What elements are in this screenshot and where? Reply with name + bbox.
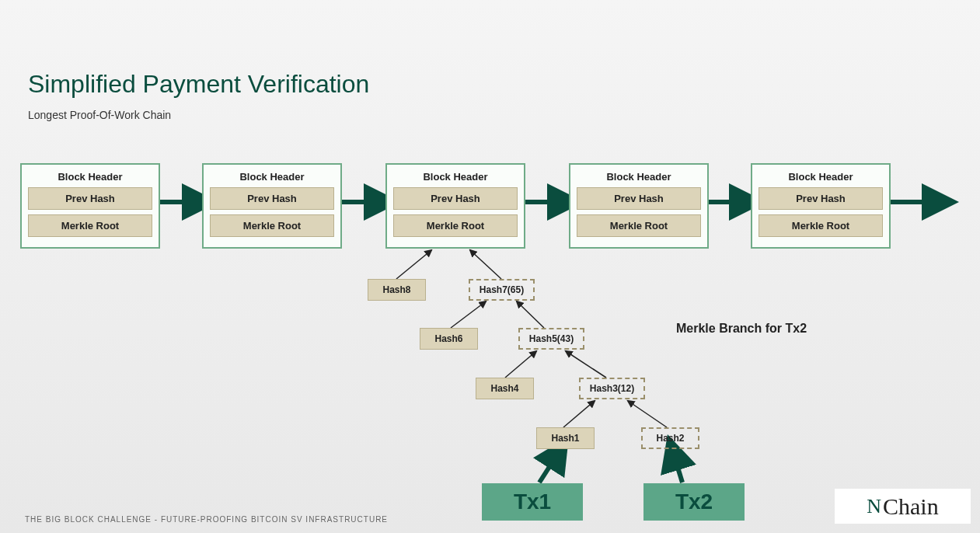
tx2-box: Tx2 <box>643 483 745 521</box>
block-header-2: Block Header Prev Hash Merkle Root <box>202 163 342 249</box>
footer-caption: THE BIG BLOCK CHALLENGE - Future-proofin… <box>25 515 388 524</box>
hash1-node: Hash1 <box>536 427 595 449</box>
tx1-box: Tx1 <box>482 483 583 521</box>
block-header-title: Block Header <box>577 171 701 183</box>
svg-line-9 <box>505 351 536 378</box>
prev-hash-field: Prev Hash <box>28 187 152 210</box>
hash2-node: Hash2 <box>641 427 699 449</box>
hash4-node: Hash4 <box>476 378 534 399</box>
block-header-title: Block Header <box>759 171 883 183</box>
prev-hash-field: Prev Hash <box>393 187 518 210</box>
block-header-3: Block Header Prev Hash Merkle Root <box>385 163 525 249</box>
hash6-node: Hash6 <box>420 328 478 350</box>
merkle-root-field: Merkle Root <box>210 214 334 237</box>
block-header-5: Block Header Prev Hash Merkle Root <box>751 163 891 249</box>
merkle-root-field: Merkle Root <box>393 214 518 237</box>
block-header-title: Block Header <box>210 171 334 183</box>
svg-line-11 <box>563 401 595 427</box>
svg-line-12 <box>628 401 667 427</box>
block-header-title: Block Header <box>393 171 518 183</box>
svg-line-7 <box>451 301 486 328</box>
nchain-logo: NChain <box>835 489 971 524</box>
merkle-root-field: Merkle Root <box>577 214 701 237</box>
svg-line-6 <box>470 250 501 279</box>
block-header-title: Block Header <box>28 171 152 183</box>
block-header-4: Block Header Prev Hash Merkle Root <box>569 163 709 249</box>
slide-subtitle: Longest Proof-Of-Work Chain <box>28 109 171 121</box>
svg-line-5 <box>396 250 431 279</box>
logo-prefix: N <box>867 495 881 518</box>
block-header-1: Block Header Prev Hash Merkle Root <box>20 163 160 249</box>
slide-title: Simplified Payment Verification <box>28 70 369 99</box>
merkle-root-field: Merkle Root <box>759 214 883 237</box>
prev-hash-field: Prev Hash <box>210 187 334 210</box>
svg-line-14 <box>673 452 682 482</box>
svg-line-8 <box>517 301 544 328</box>
merkle-root-field: Merkle Root <box>28 214 152 237</box>
prev-hash-field: Prev Hash <box>577 187 701 210</box>
svg-line-10 <box>566 351 606 378</box>
hash5-node: Hash5(43) <box>518 328 584 350</box>
hash8-node: Hash8 <box>368 279 426 301</box>
hash7-node: Hash7(65) <box>469 279 535 301</box>
hash3-node: Hash3(12) <box>579 378 645 399</box>
prev-hash-field: Prev Hash <box>759 187 883 210</box>
svg-line-13 <box>539 452 559 482</box>
merkle-branch-label: Merkle Branch for Tx2 <box>676 322 807 336</box>
logo-main: Chain <box>883 493 939 520</box>
